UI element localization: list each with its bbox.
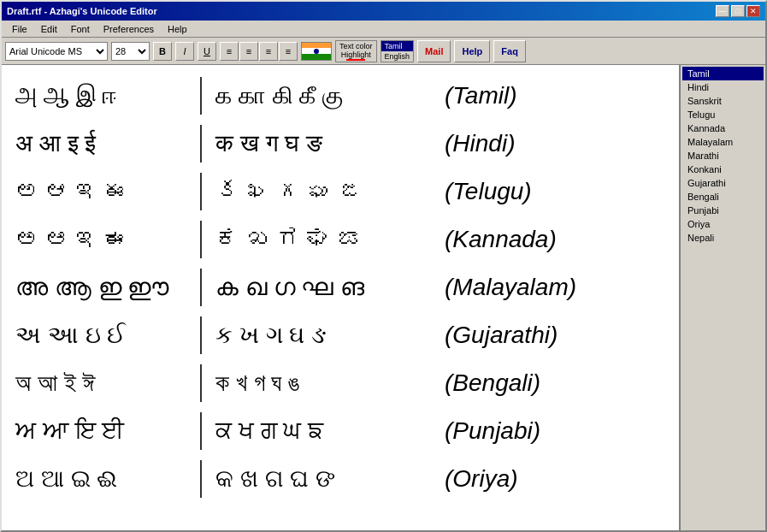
sidebar-item-marathi[interactable]: Marathi — [682, 149, 764, 163]
script-chars: अ आ इ ई — [15, 129, 186, 158]
text-color-top-label: Text color — [339, 42, 373, 50]
script-chars: അ ആ ഇ ഈ — [15, 273, 186, 302]
script-row: અ આ ઇ ઈક ખ ગ ઘ ઙ(Gujarathi) — [15, 315, 665, 356]
close-button[interactable]: ✕ — [746, 5, 760, 17]
font-select[interactable]: Arial Unicode MS — [5, 42, 108, 61]
menu-font[interactable]: Font — [64, 22, 97, 36]
consonants: ಕ ಖ ಗ ಘ ಙ — [215, 225, 438, 254]
sidebar-item-konkani[interactable]: Konkani — [682, 163, 764, 176]
lang-english-label: English — [381, 51, 414, 62]
consonants: क ख ग घ ङ — [215, 129, 438, 158]
consonants: ক খ গ ঘ ঙ — [215, 369, 438, 398]
row-divider — [200, 269, 202, 306]
content-area: அ ஆ இ ஈக கா கி கீ கு(Tamil)अ आ इ ईक ख ग … — [2, 65, 680, 530]
flag-button[interactable] — [301, 42, 332, 61]
sidebar-item-punjabi[interactable]: Punjabi — [682, 204, 764, 217]
size-select[interactable]: 28 12 14 18 24 32 36 — [111, 42, 150, 61]
script-row: ਅ ਆ ਇ ਈਕ ਖ ਗ ਘ ਙ(Punjabi) — [15, 411, 665, 452]
consonants: ਕ ਖ ਗ ਘ ਙ — [215, 417, 438, 446]
maximize-button[interactable]: □ — [731, 5, 745, 17]
script-chars: ଅ ଆ ଇ ଈ — [15, 464, 186, 494]
alignment-group: ≡ ≡ ≡ ≡ — [220, 42, 298, 61]
window-title: Draft.rtf - Azhagi's Unicode Editor — [7, 6, 157, 16]
language-name: (Bengali) — [445, 369, 540, 397]
language-name: (Tamil) — [445, 82, 517, 109]
india-flag-icon — [302, 43, 331, 60]
align-center-button[interactable]: ≡ — [239, 42, 258, 61]
script-chars: ਅ ਆ ਇ ਈ — [15, 417, 186, 446]
language-name: (Oriya) — [445, 465, 518, 493]
consonants: ക ഖ ഗ ഘ ങ — [215, 273, 438, 302]
flag-top-stripe — [302, 43, 331, 49]
minimize-button[interactable]: — — [716, 5, 729, 17]
title-bar: Draft.rtf - Azhagi's Unicode Editor — □ … — [2, 2, 765, 21]
row-divider — [200, 412, 202, 450]
help-button[interactable]: Help — [454, 40, 490, 62]
menu-bar: File Edit Font Preferences Help — [2, 21, 765, 38]
italic-button[interactable]: I — [175, 42, 194, 61]
row-divider — [200, 221, 202, 258]
language-name: (Malayalam) — [445, 274, 576, 301]
language-name: (Kannada) — [445, 226, 557, 253]
language-name: (Telugu) — [445, 178, 532, 205]
script-row: అ ఆ ఇ ఈక ఖ గ ఘ జ(Telugu) — [15, 171, 665, 212]
language-name: (Hindi) — [445, 130, 515, 157]
text-color-bottom-label: Highlight — [341, 50, 371, 59]
menu-help[interactable]: Help — [161, 22, 194, 36]
script-chars: ಅ ಆ ಇ ಈ — [15, 225, 186, 254]
row-divider — [200, 364, 202, 402]
consonants: ક ખ ગ ઘ ઙ — [215, 321, 438, 350]
script-chars: অ আ ই ঈ — [15, 369, 186, 398]
flag-ashoka-dot — [314, 49, 319, 54]
language-toggle[interactable]: Tamil English — [381, 40, 415, 62]
menu-preferences[interactable]: Preferences — [97, 22, 161, 36]
language-name: (Gujarathi) — [445, 322, 558, 349]
script-chars: అ ఆ ఇ ఈ — [15, 177, 186, 206]
row-divider — [200, 460, 202, 498]
row-divider — [200, 77, 202, 115]
mail-button[interactable]: Mail — [417, 40, 451, 62]
consonants: க கா கி கீ கு — [215, 81, 438, 110]
menu-file[interactable]: File — [5, 22, 34, 36]
sidebar-item-telugu[interactable]: Telugu — [682, 108, 764, 121]
row-divider — [200, 316, 202, 354]
align-right-button[interactable]: ≡ — [259, 42, 278, 61]
main-area: அ ஆ இ ஈக கா கி கீ கு(Tamil)अ आ इ ईक ख ग … — [2, 65, 765, 530]
bold-button[interactable]: B — [153, 42, 172, 61]
sidebar-item-malayalam[interactable]: Malayalam — [682, 135, 764, 149]
sidebar-item-bengali[interactable]: Bengali — [682, 190, 764, 204]
language-name: (Punjabi) — [445, 417, 540, 445]
consonants: କ ଖ ଗ ଘ ଙ — [215, 464, 438, 494]
consonants: క ఖ గ ఘ జ — [215, 177, 438, 206]
window-controls: — □ ✕ — [716, 5, 760, 17]
sidebar-item-hindi[interactable]: Hindi — [682, 80, 764, 94]
script-row: ଅ ଆ ଇ ଈକ ଖ ଗ ଘ ଙ(Oriya) — [15, 458, 665, 499]
sidebar-item-oriya[interactable]: Oriya — [682, 217, 764, 231]
script-row: अ आ इ ईक ख ग घ ङ(Hindi) — [15, 123, 665, 164]
sidebar-item-sanskrit[interactable]: Sanskrit — [682, 94, 764, 108]
script-chars: અ આ ઇ ઈ — [15, 321, 186, 350]
align-justify-button[interactable]: ≡ — [279, 42, 298, 61]
sidebar-item-tamil[interactable]: Tamil — [682, 67, 764, 80]
script-chars: அ ஆ இ ஈ — [15, 81, 186, 110]
script-row: অ আ ই ঈক খ গ ঘ ঙ(Bengali) — [15, 363, 665, 404]
flag-bot-stripe — [302, 54, 331, 60]
flag-mid-stripe — [302, 48, 331, 54]
align-left-button[interactable]: ≡ — [220, 42, 239, 61]
script-row: அ ஆ இ ஈக கா கி கீ கு(Tamil) — [15, 75, 665, 116]
text-color-button[interactable]: Text color Highlight — [335, 40, 377, 62]
sidebar-item-kannada[interactable]: Kannada — [682, 121, 764, 135]
lang-tamil-label: Tamil — [381, 41, 414, 51]
faq-button[interactable]: Faq — [493, 40, 526, 62]
underline-button[interactable]: U — [198, 42, 216, 61]
row-divider — [200, 173, 202, 210]
script-row: ಅ ಆ ಇ ಈಕ ಖ ಗ ಘ ಙ(Kannada) — [15, 219, 665, 260]
script-row: അ ആ ഇ ഈക ഖ ഗ ഘ ങ(Malayalam) — [15, 267, 665, 308]
text-color-bar — [346, 59, 365, 61]
row-divider — [200, 125, 202, 163]
toolbar: Arial Unicode MS 28 12 14 18 24 32 36 B … — [2, 38, 765, 65]
menu-edit[interactable]: Edit — [34, 22, 64, 36]
sidebar-item-gujarathi[interactable]: Gujarathi — [682, 176, 764, 190]
sidebar-item-nepali[interactable]: Nepali — [682, 231, 764, 245]
sidebar: TamilHindiSanskritTeluguKannadaMalayalam… — [680, 65, 765, 530]
